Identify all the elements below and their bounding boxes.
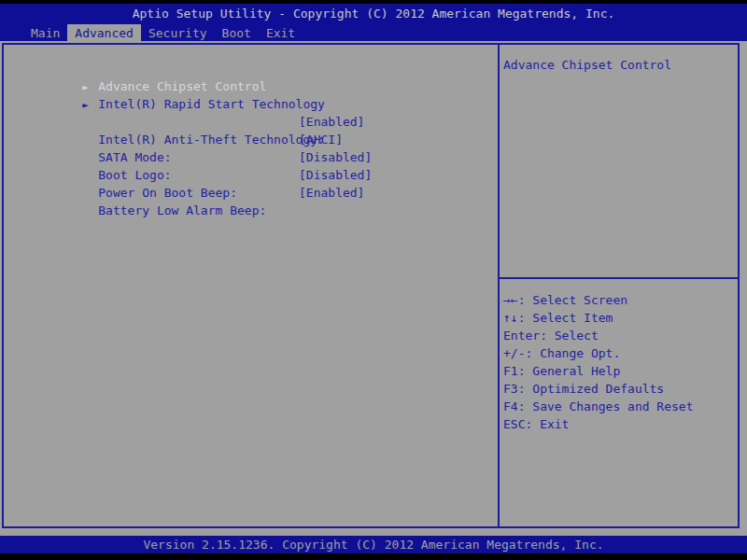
tab-advanced[interactable]: Advanced <box>67 24 141 43</box>
key-hint-select-screen: →←: Select Screen <box>503 291 694 309</box>
tab-main[interactable]: Main <box>23 24 67 43</box>
content-box: ►Advance Chipset Control ►Intel(R) Rapid… <box>2 43 740 528</box>
menu-bar: Main Advanced Security Boot Exit <box>0 24 747 43</box>
submenu-intel-rapid-start[interactable]: ►Intel(R) Rapid Start Technology <box>4 77 498 95</box>
setting-label: Battery Low Alarm Beep: <box>98 203 266 217</box>
key-hint-optimized-defaults: F3: Optimized Defaults <box>503 380 694 398</box>
help-title: Advance Chipset Control <box>503 58 671 72</box>
tab-boot[interactable]: Boot <box>215 24 259 43</box>
title-bar: Aptio Setup Utility - Copyright (C) 2012… <box>0 4 747 24</box>
setting-value[interactable]: [Enabled] <box>299 113 364 131</box>
tab-security[interactable]: Security <box>141 24 215 43</box>
submenu-advance-chipset-control[interactable]: ►Advance Chipset Control <box>4 60 498 77</box>
setting-value[interactable]: [AHCI] <box>299 131 343 148</box>
setting-anti-theft[interactable]: Intel(R) Anti-Theft Technology: [Enabled… <box>4 113 498 131</box>
setting-value[interactable]: [Disabled] <box>299 166 372 184</box>
options-panel: ►Advance Chipset Control ►Intel(R) Rapid… <box>4 60 498 202</box>
setting-battery-low-alarm-beep[interactable]: Battery Low Alarm Beep: [Enabled] <box>4 184 498 202</box>
key-hint-esc-exit: ESC: Exit <box>503 415 694 433</box>
key-hint-general-help: F1: General Help <box>503 362 694 380</box>
bios-screen: Aptio Setup Utility - Copyright (C) 2012… <box>0 4 747 553</box>
footer-bar: Version 2.15.1236. Copyright (C) 2012 Am… <box>0 536 747 553</box>
setting-value[interactable]: [Disabled] <box>299 148 372 166</box>
key-hint-select-item: ↑↓: Select Item <box>503 309 694 327</box>
setting-value[interactable]: [Enabled] <box>299 184 364 202</box>
tab-exit[interactable]: Exit <box>259 24 303 43</box>
content-area: ►Advance Chipset Control ►Intel(R) Rapid… <box>0 41 747 536</box>
setting-power-on-boot-beep[interactable]: Power On Boot Beep: [Disabled] <box>4 166 498 184</box>
spacer-row <box>4 95 498 113</box>
key-hint-save-changes: F4: Save Changes and Reset <box>503 398 694 415</box>
key-hint-change-opt: +/-: Change Opt. <box>503 344 694 362</box>
help-panel: Advance Chipset Control →←: Select Scree… <box>500 45 738 526</box>
setting-boot-logo[interactable]: Boot Logo: [Disabled] <box>4 148 498 166</box>
key-hints: →←: Select Screen ↑↓: Select Item Enter:… <box>503 291 694 433</box>
setting-sata-mode[interactable]: SATA Mode: [AHCI] <box>4 131 498 148</box>
key-hint-enter-select: Enter: Select <box>503 327 694 344</box>
help-divider <box>500 277 738 279</box>
